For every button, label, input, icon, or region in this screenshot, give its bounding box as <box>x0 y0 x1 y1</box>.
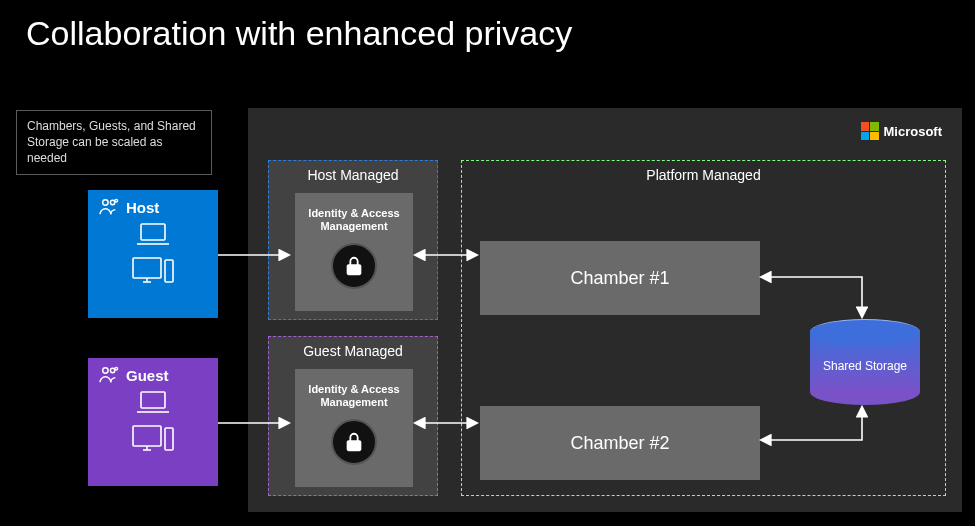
main-panel: Microsoft Host Managed Identity & Access… <box>248 108 962 512</box>
svg-rect-5 <box>165 260 173 282</box>
host-role-box: Host <box>88 190 218 318</box>
page-title: Collaboration with enhanced privacy <box>26 14 572 53</box>
microsoft-logo: Microsoft <box>861 122 943 140</box>
shared-storage: Shared Storage <box>810 319 920 405</box>
svg-point-2 <box>115 199 118 202</box>
lock-icon <box>331 419 377 465</box>
storage-label: Shared Storage <box>810 359 920 373</box>
svg-point-1 <box>110 200 114 204</box>
host-iam-label: Identity & Access Management <box>295 193 413 233</box>
desktop-icon <box>129 254 177 288</box>
svg-rect-11 <box>165 428 173 450</box>
host-managed-box: Host Managed Identity & Access Managemen… <box>268 160 438 320</box>
host-label: Host <box>126 199 159 216</box>
guest-iam-label: Identity & Access Management <box>295 369 413 409</box>
svg-point-6 <box>103 368 108 373</box>
laptop-icon <box>133 220 173 248</box>
lock-icon <box>331 243 377 289</box>
host-managed-label: Host Managed <box>269 161 437 183</box>
svg-rect-4 <box>133 258 161 278</box>
host-iam-box: Identity & Access Management <box>295 193 413 311</box>
svg-rect-9 <box>141 392 165 408</box>
guest-iam-box: Identity & Access Management <box>295 369 413 487</box>
chamber-2: Chamber #2 <box>480 406 760 480</box>
svg-rect-3 <box>141 224 165 240</box>
svg-rect-10 <box>133 426 161 446</box>
laptop-icon <box>133 388 173 416</box>
chamber-1: Chamber #1 <box>480 241 760 315</box>
microsoft-icon <box>861 122 879 140</box>
brand-name: Microsoft <box>884 124 943 139</box>
svg-point-0 <box>103 200 108 205</box>
svg-point-7 <box>110 368 114 372</box>
desktop-icon <box>129 422 177 456</box>
people-icon <box>98 366 120 384</box>
guest-label: Guest <box>126 367 169 384</box>
guest-managed-box: Guest Managed Identity & Access Manageme… <box>268 336 438 496</box>
platform-managed-box: Platform Managed Chamber #1 Chamber #2 S… <box>461 160 946 496</box>
platform-managed-label: Platform Managed <box>462 167 945 183</box>
guest-role-box: Guest <box>88 358 218 486</box>
people-icon <box>98 198 120 216</box>
scaling-note: Chambers, Guests, and Shared Storage can… <box>16 110 212 175</box>
svg-point-8 <box>115 367 118 370</box>
guest-managed-label: Guest Managed <box>269 337 437 359</box>
